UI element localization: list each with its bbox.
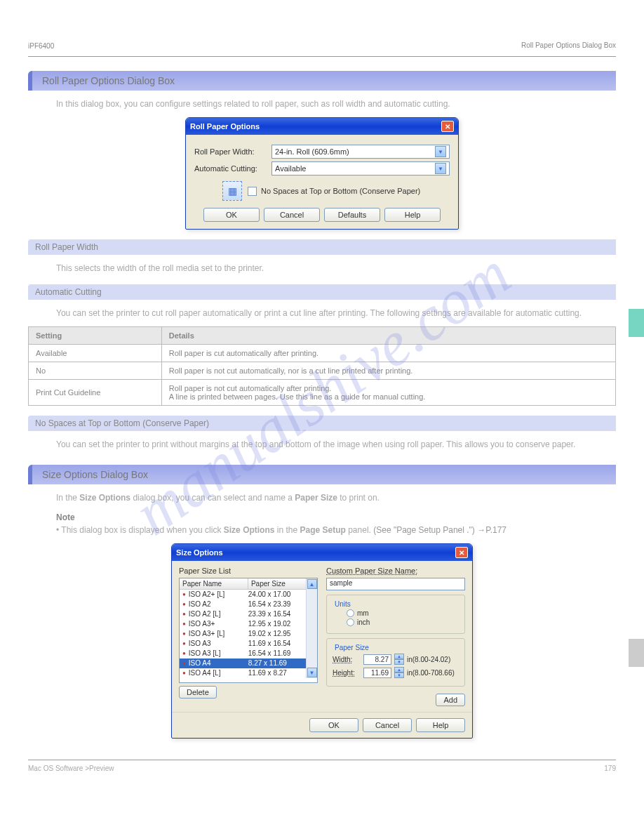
sub2-text: You can set the printer to cut roll pape… [56,307,616,319]
width-label: Width: [333,656,361,663]
footer-left: Mac OS Software >Preview [28,764,114,772]
close-icon[interactable]: ✕ [441,121,454,132]
dialog-titlebar: Roll Paper Options ✕ [186,118,458,135]
sub1-text: This selects the width of the roll media… [56,262,616,274]
scroll-up-icon[interactable]: ▲ [307,579,317,589]
section-heading-text: Roll Paper Options Dialog Box [42,75,175,86]
custom-name-label: Custom Paper Size Name: [326,567,465,575]
chevron-down-icon[interactable]: ▼ [435,146,446,157]
size-options-dialog: Size Options ✕ Paper Size List Paper Nam… [171,543,473,739]
spin-down-icon[interactable]: ▼ [394,673,404,678]
scroll-down-icon[interactable]: ▼ [307,668,317,677]
paper-size-listbox[interactable]: Paper Name Paper Size ●ISO A2+ [L]24.00 … [179,578,318,683]
subheading-roll-paper-width: Roll Paper Width [28,239,616,255]
footer-right: 179 [604,764,616,772]
table-row: Print Cut GuidelineRoll paper is not cut… [29,380,616,406]
roll-paper-options-dialog: Roll Paper Options ✕ Roll Paper Width: 2… [185,117,459,230]
chevron-down-icon[interactable]: ▼ [435,163,446,174]
section-heading-text: Size Options Dialog Box [42,469,148,480]
custom-name-input[interactable]: sample [326,578,465,590]
conserve-paper-checkbox[interactable] [248,187,257,196]
list-item[interactable]: ●ISO A3 [L]16.54 x 11.69 [180,649,306,658]
ok-button[interactable]: OK [203,208,260,222]
width-input[interactable]: 8.27 [363,654,391,665]
combo-value: 24-in. Roll (609.6mm) [275,147,349,156]
sub3-text: You can set the printer to print without… [56,438,616,451]
list-item[interactable]: ●ISO A216.54 x 23.39 [180,600,306,609]
dialog-title: Roll Paper Options [190,122,260,131]
table-row: NoRoll paper is not cut automatically, n… [29,362,616,380]
add-button[interactable]: Add [436,694,465,706]
cancel-button[interactable]: Cancel [363,718,412,732]
delete-button[interactable]: Delete [179,686,217,699]
section-heading-size-options: Size Options Dialog Box [28,465,616,484]
list-item[interactable]: ●ISO A48.27 x 11.69 [180,658,306,668]
section-heading-roll-paper: Roll Paper Options Dialog Box [28,71,616,91]
roll-paper-width-combo[interactable]: 24-in. Roll (609.6mm) ▼ [271,145,450,159]
cutting-settings-table: Setting Details AvailableRoll paper is c… [28,326,616,406]
page-setup-link[interactable]: (See "Page Setup Panel .") [373,525,475,535]
dialog-title: Size Options [176,548,223,557]
cancel-button[interactable]: Cancel [264,208,320,222]
list-item[interactable]: ●ISO A311.69 x 16.54 [180,639,306,649]
dialog-titlebar: Size Options ✕ [172,544,472,561]
close-icon[interactable]: ✕ [455,547,468,558]
list-item[interactable]: ●ISO A4 [L]11.69 x 8.27 [180,668,306,678]
combo-value: Available [275,164,306,173]
section1-intro: In this dialog box, you can configure se… [56,98,616,110]
subheading-automatic-cutting: Automatic Cutting [28,284,616,300]
height-range: in(8.00-708.66) [407,669,455,677]
list-item[interactable]: ●ISO A3+12.95 x 19.02 [180,619,306,629]
table-row: AvailableRoll paper is cut automatically… [29,345,616,362]
paper-size-fieldset: Paper Size Width: 8.27 ▲▼ in(8.00-24.02)… [326,638,465,687]
footer: Mac OS Software >Preview 179 [28,760,616,772]
header-rule [28,56,616,57]
spin-down-icon[interactable]: ▼ [394,659,404,665]
page: manualshive.com iPF6400 Roll Paper Optio… [0,0,644,786]
inch-radio[interactable] [347,618,354,626]
roll-paper-width-label: Roll Paper Width: [194,147,271,156]
table-head-details: Details [161,327,615,345]
list-item[interactable]: ●ISO A2+ [L]24.00 x 17.00 [180,590,306,600]
note-row: Note • This dialog box is displayed when… [56,511,616,536]
side-tab-preview [629,309,644,337]
defaults-button[interactable]: Defaults [324,208,380,222]
spin-up-icon[interactable]: ▲ [394,654,404,659]
subheading-no-spaces: No Spaces at Top or Bottom (Conserve Pap… [28,416,616,431]
height-input[interactable]: 11.69 [363,668,391,678]
section2-intro: In the Size Options dialog box, you can … [56,491,616,504]
help-button[interactable]: Help [384,208,441,222]
list-col-name: Paper Name [180,578,248,589]
automatic-cutting-combo[interactable]: Available ▼ [271,161,450,176]
height-label: Height: [333,669,361,677]
help-button[interactable]: Help [416,718,465,732]
list-item[interactable]: ●ISO A2 [L]23.39 x 16.54 [180,609,306,619]
mm-radio[interactable] [347,609,354,617]
automatic-cutting-label: Automatic Cutting: [194,164,271,173]
spin-up-icon[interactable]: ▲ [394,667,404,673]
ok-button[interactable]: OK [309,718,358,732]
conserve-paper-label: No Spaces at Top or Bottom (Conserve Pap… [261,187,420,195]
header-right: Roll Paper Options Dialog Box [28,41,616,49]
table-head-setting: Setting [29,327,162,345]
width-range: in(8.00-24.02) [407,656,450,663]
units-fieldset: Units mm inch [326,595,465,634]
list-col-size: Paper Size [248,578,306,589]
list-item[interactable]: ●ISO A3+ [L]19.02 x 12.95 [180,629,306,639]
paper-icon: ▦ [222,181,242,201]
scrollbar[interactable]: ▲ ▼ [306,578,317,678]
paper-size-list-label: Paper Size List [179,567,318,575]
side-tab-grey [629,639,644,667]
